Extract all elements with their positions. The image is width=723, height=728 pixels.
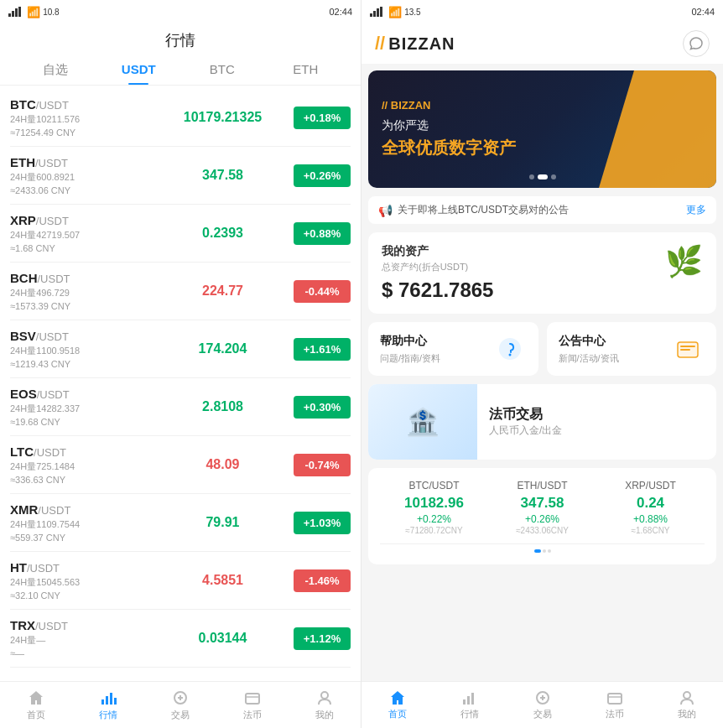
banner-dot-1 — [529, 174, 534, 179]
right-nav-profile[interactable]: 我的 — [651, 682, 723, 728]
right-panel: 📶 13.5 02:44 // BIZZAN // BIZZAN 为你严选 全球… — [362, 0, 723, 728]
mmi-eth-cny: ≈2433.06CNY — [488, 526, 596, 535]
right-nav-market[interactable]: 行情 — [434, 682, 506, 728]
coin-change-badge: -0.74% — [294, 454, 351, 476]
right-nav-home-label: 首页 — [388, 708, 407, 720]
right-battery-label: 13.5 — [404, 8, 420, 17]
right-nav-trade[interactable]: 交易 — [506, 682, 578, 728]
coin-info: XRP/USDT 24H量42719.507 ≈1.68 CNY — [10, 213, 152, 253]
market-mini-xrp[interactable]: XRP/USDT 0.24 +0.88% ≈1.68CNY — [596, 480, 705, 535]
svg-rect-22 — [467, 696, 470, 705]
tab-eth[interactable]: ETH — [264, 55, 348, 85]
notice-bar[interactable]: 📢 关于即将上线BTC/USDT交易对的公告 更多 — [368, 196, 716, 224]
coin-row[interactable]: TRX/USDT 24H量— ≈— 0.03144 +1.12% — [10, 610, 351, 668]
announcement-sub: 新闻/活动/资讯 — [559, 352, 619, 365]
coin-price-main: 2.8108 — [152, 399, 294, 414]
coin-vol: 24H量496.729 — [10, 287, 152, 299]
right-signal — [370, 7, 383, 17]
announcement-card[interactable]: 公告中心 新闻/活动/资讯 — [547, 322, 717, 376]
svg-rect-25 — [608, 694, 622, 704]
coin-change-badge: +0.18% — [294, 107, 351, 129]
coin-vol: 24H量1109.7544 — [10, 518, 152, 531]
svg-rect-3 — [18, 7, 21, 17]
coin-row[interactable]: XRP/USDT 24H量42719.507 ≈1.68 CNY 0.2393 … — [10, 205, 351, 263]
coin-vol: 24H量1100.9518 — [10, 345, 152, 357]
coin-row[interactable]: XMR/USDT 24H量1109.7544 ≈559.37 CNY 79.91… — [10, 494, 351, 552]
right-time: 02:44 — [691, 7, 715, 17]
coin-row[interactable]: ETH/USDT 24H量600.8921 ≈2433.06 CNY 347.5… — [10, 147, 351, 205]
assets-illustration: 🌿 — [665, 244, 703, 279]
coin-change-badge: -0.44% — [294, 280, 351, 303]
svg-rect-4 — [101, 699, 104, 705]
coin-vol: 24H量— — [10, 634, 152, 647]
coin-cny: ≈2433.06 CNY — [10, 185, 152, 195]
mmi-xrp-change: +0.88% — [596, 513, 705, 525]
left-nav-profile-label: 我的 — [315, 709, 334, 721]
help-center-card[interactable]: 帮助中心 问题/指南/资料 — [368, 322, 538, 376]
rfiat-icon — [606, 689, 623, 706]
right-nav-home[interactable]: 首页 — [362, 682, 434, 728]
fiat-sub: 人民币入金/出金 — [489, 424, 562, 438]
svg-rect-0 — [8, 13, 11, 17]
coin-row[interactable]: HT/USDT 24H量15045.563 ≈32.10 CNY 4.5851 … — [10, 552, 351, 610]
notice-more[interactable]: 更多 — [686, 203, 706, 217]
fiat-banner-text: 法币交易 人民币入金/出金 — [477, 406, 574, 438]
left-panel: 📶 10.8 02:44 行情 自选 USDT BTC ETH BTC/USDT… — [0, 0, 362, 728]
coin-change-badge: +1.61% — [294, 338, 351, 361]
svg-rect-9 — [246, 694, 259, 704]
market-mini-eth[interactable]: ETH/USDT 347.58 +0.26% ≈2433.06CNY — [488, 480, 596, 535]
market-mini: BTC/USDT 10182.96 +0.22% ≈71280.72CNY ET… — [368, 468, 716, 564]
tab-usdt[interactable]: USDT — [97, 55, 181, 85]
tab-zixuan[interactable]: 自选 — [13, 55, 97, 85]
left-nav-home-label: 首页 — [27, 709, 45, 721]
assets-card: 我的资产 总资产约(折合USDT) $ 7621.7865 🌿 — [368, 232, 716, 314]
market-mini-btc[interactable]: BTC/USDT 10182.96 +0.22% ≈71280.72CNY — [380, 480, 488, 535]
tab-bar: 自选 USDT BTC ETH — [0, 55, 361, 86]
coin-name: TRX/USDT — [10, 618, 152, 632]
left-nav-fiat[interactable]: 法币 — [216, 682, 289, 728]
help-center-sub: 问题/指南/资料 — [380, 352, 440, 365]
coin-name: BCH/USDT — [10, 271, 152, 285]
coin-price-cell: 347.58 — [152, 168, 294, 183]
mmi-xrp-price: 0.24 — [596, 495, 705, 512]
mmi-btc-cny: ≈71280.72CNY — [380, 526, 488, 535]
coin-price-main: 0.03144 — [152, 631, 294, 646]
tab-btc[interactable]: BTC — [180, 55, 264, 85]
coin-vol: 24H量10211.576 — [10, 113, 152, 126]
coin-row[interactable]: BCH/USDT 24H量496.729 ≈1573.39 CNY 224.77… — [10, 263, 351, 320]
banner[interactable]: // BIZZAN 为你严选 全球优质数字资产 — [368, 70, 716, 188]
mmi-xrp-cny: ≈1.68CNY — [596, 526, 705, 535]
right-nav-fiat[interactable]: 法币 — [579, 682, 651, 728]
coin-row[interactable]: BSV/USDT 24H量1100.9518 ≈1219.43 CNY 174.… — [10, 320, 351, 378]
left-nav-market[interactable]: 行情 — [72, 682, 144, 728]
right-nav-fiat-label: 法币 — [606, 708, 624, 720]
divider — [380, 543, 705, 544]
logo: // BIZZAN — [375, 33, 455, 55]
fiat-banner[interactable]: 🏦 法币交易 人民币入金/出金 — [368, 384, 716, 460]
mmi-xrp-pair: XRP/USDT — [596, 480, 705, 491]
coin-price-cell: 2.8108 — [152, 399, 294, 414]
mmi-btc-pair: BTC/USDT — [380, 480, 488, 491]
left-nav-home[interactable]: 首页 — [0, 682, 72, 728]
banner-dot-3 — [551, 174, 556, 179]
coin-row[interactable]: LTC/USDT 24H量725.1484 ≈336.63 CNY 48.09 … — [10, 436, 351, 494]
logo-slash: // — [375, 33, 385, 55]
left-status-bar: 📶 10.8 02:44 — [0, 0, 361, 23]
banner-shape — [599, 70, 716, 188]
coin-cny: ≈— — [10, 648, 152, 658]
left-nav-fiat-label: 法币 — [243, 709, 262, 721]
coin-cny: ≈1.68 CNY — [10, 243, 152, 253]
coin-vol: 24H量14282.337 — [10, 403, 152, 415]
left-nav-profile[interactable]: 我的 — [289, 682, 361, 728]
coin-row[interactable]: EOS/USDT 24H量14282.337 ≈19.68 CNY 2.8108… — [10, 378, 351, 436]
assets-sub: 总资产约(折合USDT) — [382, 261, 493, 273]
coin-name: XRP/USDT — [10, 213, 152, 227]
left-nav-trade[interactable]: 交易 — [144, 682, 216, 728]
coin-cny: ≈19.68 CNY — [10, 417, 152, 427]
chat-button[interactable] — [683, 30, 710, 57]
mmi-eth-change: +0.26% — [488, 513, 596, 525]
banner-dot-2 — [538, 174, 548, 179]
svg-rect-21 — [463, 699, 466, 705]
coin-name: EOS/USDT — [10, 387, 152, 401]
coin-row[interactable]: BTC/USDT 24H量10211.576 ≈71254.49 CNY 101… — [10, 89, 351, 147]
